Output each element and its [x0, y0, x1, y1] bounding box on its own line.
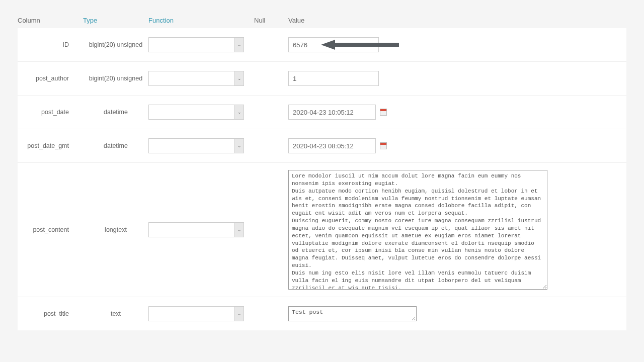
function-select[interactable]: ⌄	[148, 138, 244, 153]
chevron-down-icon: ⌄	[234, 139, 244, 153]
column-name: ID	[18, 41, 83, 48]
function-select[interactable]: ⌄	[148, 222, 244, 237]
chevron-down-icon: ⌄	[234, 105, 244, 119]
value-input[interactable]	[288, 37, 379, 52]
header-value: Value	[279, 17, 626, 24]
column-name: post_date	[18, 109, 83, 116]
value-input[interactable]	[288, 138, 376, 153]
column-type: datetime	[83, 142, 148, 149]
function-cell: ⌄	[148, 138, 254, 153]
column-type: bigint(20) unsigned	[83, 75, 148, 82]
table-row: post_date_gmt datetime ⌄	[18, 129, 626, 162]
calendar-icon[interactable]	[380, 109, 387, 116]
header-null: Null	[254, 17, 279, 24]
table-row: ID bigint(20) unsigned ⌄	[18, 28, 626, 61]
table-row: post_content longtext ⌄	[18, 162, 626, 297]
column-type: datetime	[83, 109, 148, 116]
column-type: longtext	[83, 226, 148, 233]
function-cell: ⌄	[148, 105, 254, 120]
table-row: post_title text ⌄	[18, 297, 626, 330]
column-type: text	[83, 310, 148, 317]
value-textarea[interactable]	[288, 170, 547, 290]
value-textarea[interactable]	[288, 306, 417, 321]
column-name: post_author	[18, 75, 83, 82]
table-row: post_author bigint(20) unsigned ⌄	[18, 61, 626, 95]
value-input[interactable]	[288, 71, 379, 86]
function-cell: ⌄	[148, 37, 254, 52]
header-type[interactable]: Type	[83, 17, 148, 24]
value-cell	[279, 71, 626, 86]
chevron-down-icon: ⌄	[234, 71, 244, 85]
column-name: post_content	[18, 226, 83, 233]
function-select[interactable]: ⌄	[148, 71, 244, 86]
value-input[interactable]	[288, 105, 376, 120]
header-column: Column	[18, 17, 83, 24]
value-cell	[279, 105, 626, 120]
header-function[interactable]: Function	[148, 17, 254, 24]
function-select[interactable]: ⌄	[148, 306, 244, 321]
calendar-icon[interactable]	[380, 142, 387, 149]
db-edit-form: Column Type Function Null Value ID bigin…	[0, 0, 644, 343]
chevron-down-icon: ⌄	[234, 223, 244, 237]
value-cell	[279, 37, 626, 52]
column-name: post_date_gmt	[18, 142, 83, 149]
chevron-down-icon: ⌄	[234, 38, 244, 52]
chevron-down-icon: ⌄	[234, 307, 244, 321]
function-select[interactable]: ⌄	[148, 37, 244, 52]
column-type: bigint(20) unsigned	[83, 41, 148, 48]
function-cell: ⌄	[148, 306, 254, 321]
function-cell: ⌄	[148, 71, 254, 86]
value-cell	[279, 138, 626, 153]
table-row: post_date datetime ⌄	[18, 95, 626, 129]
function-cell: ⌄	[148, 222, 254, 237]
value-cell	[279, 170, 626, 290]
value-cell	[279, 306, 626, 321]
table-header: Column Type Function Null Value	[18, 13, 626, 28]
function-select[interactable]: ⌄	[148, 105, 244, 120]
column-name: post_title	[18, 310, 83, 317]
